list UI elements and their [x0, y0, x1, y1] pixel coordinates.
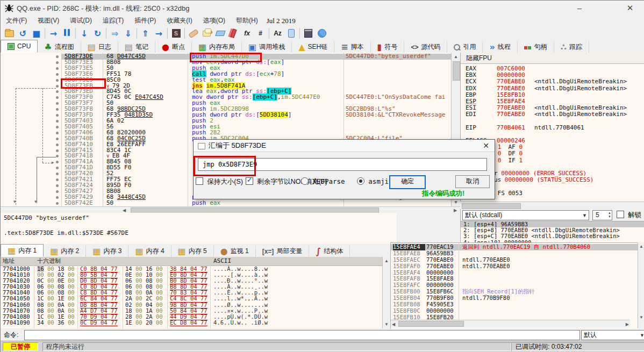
tab-内存 1[interactable]: ▦内存 1 [1, 244, 44, 257]
unlock-checkbox[interactable] [617, 211, 624, 218]
menu-item-5[interactable]: 收藏夹(I) [161, 16, 197, 26]
keep-size-checkbox[interactable] [196, 177, 203, 185]
breakpoint-dot[interactable] [56, 190, 59, 193]
breakpoint-dot[interactable] [56, 126, 59, 128]
tab-日志[interactable]: ▤日志 [81, 41, 118, 53]
arguments-pane[interactable]: 1: [esp+4] 96A59BB32: [esp+8] 770EABE0 <… [460, 221, 644, 244]
breakpoint-dot[interactable] [56, 85, 59, 88]
tab-SEH链[interactable]: ▲SEH链 [292, 41, 334, 53]
tab-局部变量[interactable]: [x=]局部变量 [256, 246, 310, 257]
title-bar[interactable]: QQ.exe - PID: 268C - 模块: im.dll - 线程: 25… [1, 1, 644, 16]
breakpoint-dot[interactable] [56, 173, 59, 175]
register-line[interactable]: EIP770B4061ntdll.770B4061 [466, 125, 643, 131]
dialog-title-bar[interactable]: 汇编于 5D8F73DE ✕ [194, 140, 495, 152]
dump-vscrollbar[interactable]: ▲ ▼ [382, 257, 391, 328]
tab-笔记[interactable]: ▤笔记 [118, 41, 155, 53]
menu-item-6[interactable]: 选项(O) [198, 16, 231, 26]
menu-item-3[interactable]: 追踪(T) [97, 16, 129, 26]
tab-内存 4[interactable]: ▦内存 4 [128, 246, 171, 257]
functions-button[interactable]: fx [240, 27, 254, 40]
breakpoint-dot[interactable] [56, 138, 59, 140]
stepper-down-icon[interactable]: ▼ [608, 215, 611, 219]
stack-hscrollbar[interactable]: ◀ ▶ [391, 320, 630, 327]
tab-调用堆栈[interactable]: ▣调用堆栈 [242, 41, 292, 53]
tab-源代码[interactable]: <>源代码 [404, 41, 447, 53]
menu-item-0[interactable]: 文件(F) [1, 16, 32, 26]
disasm-row[interactable]: 5D8F742E50push eax [1, 200, 451, 206]
calculator-button[interactable] [302, 27, 315, 40]
breakpoint-dot[interactable] [56, 167, 59, 169]
tab-CPU[interactable]: CPU [1, 40, 38, 53]
tab-引用[interactable]: 引用 [447, 41, 483, 53]
menu-item-7[interactable]: 帮助(H) [231, 16, 263, 26]
nop-fill-checkbox[interactable] [246, 177, 253, 185]
breakpoint-dot[interactable] [56, 102, 59, 105]
patches-button[interactable] [187, 27, 200, 40]
hide-fpu-button[interactable]: 隐藏FPU [461, 53, 644, 64]
dump-row[interactable]: 7704109034 00 36 000C D9 04 771E 00 20 0… [1, 320, 382, 326]
labels-button[interactable] [213, 27, 227, 40]
tab-断点[interactable]: ●断点 [155, 41, 192, 53]
breakpoint-dot[interactable] [56, 67, 59, 70]
breakpoint-dot[interactable] [56, 61, 59, 64]
breakpoint-dot[interactable] [56, 108, 59, 111]
step-out-button[interactable]: ⇑ [139, 27, 152, 40]
tab-脚本[interactable]: ≡脚本 [334, 41, 370, 53]
registers-hscrollbar[interactable] [461, 202, 644, 210]
tab-监视 1[interactable]: ●监视 1 [214, 246, 256, 257]
bookmarks-button[interactable] [227, 27, 240, 40]
argument-row[interactable]: 3: [esp+C] 770EABE0 <ntdll.DbgUiRemoteBr… [461, 233, 644, 239]
breakpoint-dot[interactable] [56, 90, 59, 93]
breakpoint-dot[interactable] [56, 55, 59, 58]
breakpoint-dot[interactable] [56, 73, 59, 76]
tab-流程图[interactable]: ♣流程图 [38, 41, 81, 53]
open-file-button[interactable] [3, 27, 16, 40]
stack-row[interactable]: 15E8FAEC770EABE0ntdll.770EABE0 [391, 257, 638, 263]
sim-button[interactable] [284, 27, 298, 40]
scylla-button[interactable]: S [169, 27, 183, 40]
breakpoint-dot[interactable] [56, 161, 59, 163]
stack-row[interactable]: 15E8FAE896A59BB3 [391, 250, 638, 257]
tab-句柄[interactable]: 句柄 [518, 41, 554, 53]
breakpoint-dot[interactable] [56, 96, 59, 99]
breakpoint-dot[interactable] [56, 184, 59, 187]
register-line[interactable]: EAX007C6000 [466, 66, 643, 72]
breakpoint-dot[interactable] [56, 196, 59, 199]
run-button[interactable]: → [47, 27, 60, 40]
step-into-button[interactable]: ↓ [77, 27, 91, 40]
register-line[interactable]: EDI770EABE0<ntdll.DbgUiRemoteBreakin> [466, 111, 643, 118]
tab-内存 2[interactable]: ▦内存 2 [44, 246, 86, 257]
breakpoint-dot[interactable] [56, 155, 59, 157]
tab-结构体[interactable]: ∫结构体 [309, 246, 350, 257]
stack-row[interactable]: 15E8FAF0770EABE0ntdll.770EABE0 [391, 263, 638, 270]
arg-count-stepper[interactable]: 5 ▲ ▼ [592, 210, 612, 220]
breakpoint-dot[interactable] [56, 178, 59, 181]
run-to-cursor-button[interactable]: ⇒ [108, 27, 121, 40]
breakpoint-dot[interactable] [56, 79, 59, 82]
cancel-button[interactable]: 取消 [455, 175, 490, 188]
hash-button[interactable]: # [254, 27, 267, 40]
pause-button[interactable] [60, 27, 74, 40]
xedparse-radio[interactable] [301, 177, 309, 185]
tab-内存 5[interactable]: ▦内存 5 [171, 246, 214, 257]
hex-dump-pane[interactable]: 地址 十六进制 ASCII 7704100016 00 18 00C0 8B 0… [1, 257, 382, 328]
comments-button[interactable] [200, 27, 213, 40]
menu-item-4[interactable]: 插件(P) [129, 16, 161, 26]
stack-vscrollbar[interactable]: ▲ ▼ [638, 242, 644, 328]
run-to-user-code-button[interactable]: →☻ [152, 27, 166, 40]
restart-button[interactable]: ↺ [16, 27, 30, 40]
ok-button[interactable]: 确定 [389, 175, 426, 189]
dialog-close-icon[interactable]: ✕ [481, 140, 491, 152]
register-line[interactable]: EBP15E8FB10 [466, 92, 643, 98]
step-over-button[interactable]: ↻ [91, 27, 104, 40]
stepper-up-icon[interactable]: ▲ [608, 211, 611, 215]
breakpoint-dot[interactable] [56, 132, 59, 134]
stop-button[interactable]: ■ [30, 27, 43, 40]
calling-convention-select[interactable]: 默认 (stdcall) ▼ [462, 210, 589, 220]
command-mode-select[interactable]: 默认 ▼ [581, 330, 644, 340]
strings-button[interactable]: Az [271, 27, 284, 40]
asmjit-radio[interactable] [357, 177, 364, 185]
breakpoint-dot[interactable] [56, 143, 59, 146]
tab-线程[interactable]: »线程 [483, 41, 517, 53]
menu-item-1[interactable]: 视图(V) [32, 16, 65, 26]
